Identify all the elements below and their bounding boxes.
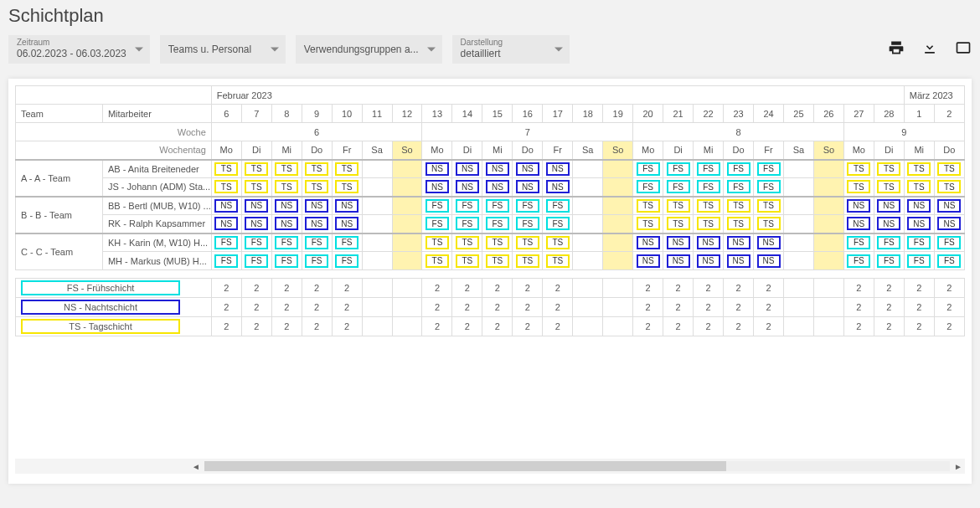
shift-chip-ns[interactable]: NS xyxy=(546,162,570,176)
shift-chip-fs[interactable]: FS xyxy=(305,254,328,268)
shift-chip-ts[interactable]: TS xyxy=(877,180,900,193)
shift-cell[interactable]: TS xyxy=(482,252,513,270)
shift-chip-ns[interactable]: NS xyxy=(275,217,298,230)
filter-usage-groups[interactable]: Verwendungsgruppen a... xyxy=(296,35,442,64)
shift-chip-fs[interactable]: FS xyxy=(937,254,961,268)
shift-cell[interactable]: NS xyxy=(543,178,573,197)
shift-chip-fs[interactable]: FS xyxy=(456,199,479,213)
shift-cell[interactable]: FS xyxy=(302,233,332,252)
shift-chip-ts[interactable]: TS xyxy=(697,199,720,213)
shift-cell[interactable]: NS xyxy=(271,197,302,215)
shift-cell[interactable]: TS xyxy=(332,160,362,178)
shift-chip-ns[interactable]: NS xyxy=(937,217,961,230)
shift-cell[interactable]: TS xyxy=(904,178,934,197)
shift-cell[interactable]: NS xyxy=(633,233,663,252)
shift-cell[interactable]: FS xyxy=(271,233,302,252)
shift-cell[interactable]: FS xyxy=(633,178,663,197)
shift-cell[interactable]: FS xyxy=(904,252,934,270)
shift-chip-ns[interactable]: NS xyxy=(214,217,238,230)
shift-cell[interactable]: NS xyxy=(482,160,513,178)
shift-chip-ns[interactable]: NS xyxy=(426,180,449,193)
horizontal-scrollbar[interactable]: ◄ ► xyxy=(15,459,965,474)
shift-chip-ns[interactable]: NS xyxy=(877,217,900,230)
shift-chip-ts[interactable]: TS xyxy=(214,162,238,176)
shift-chip-ts[interactable]: TS xyxy=(245,180,268,193)
shift-cell[interactable]: FS xyxy=(694,160,724,178)
shift-chip-ns[interactable]: NS xyxy=(305,199,328,213)
shift-cell[interactable]: TS xyxy=(422,233,452,252)
shift-cell[interactable]: NS xyxy=(452,160,482,178)
shift-cell[interactable]: NS xyxy=(874,215,904,233)
shift-chip-fs[interactable]: FS xyxy=(847,236,870,249)
shift-cell[interactable]: FS xyxy=(724,160,754,178)
shift-cell[interactable]: TS xyxy=(904,160,934,178)
shift-cell[interactable]: NS xyxy=(874,197,904,215)
shift-cell[interactable]: TS xyxy=(271,160,302,178)
shift-chip-ns[interactable]: NS xyxy=(667,236,690,249)
shift-chip-ts[interactable]: TS xyxy=(667,217,690,230)
shift-chip-ns[interactable]: NS xyxy=(546,180,570,193)
shift-cell[interactable]: FS xyxy=(663,178,694,197)
shift-chip-ts[interactable]: TS xyxy=(456,254,479,268)
shift-cell[interactable]: NS xyxy=(694,233,724,252)
shift-chip-ts[interactable]: TS xyxy=(757,217,781,230)
shift-cell[interactable]: FS xyxy=(332,252,362,270)
shift-cell[interactable]: TS xyxy=(241,178,271,197)
shift-chip-ns[interactable]: NS xyxy=(637,236,660,249)
shift-cell[interactable]: TS xyxy=(724,215,754,233)
shift-cell[interactable]: NS xyxy=(513,160,543,178)
shift-chip-ns[interactable]: NS xyxy=(907,199,931,213)
shift-cell[interactable]: TS xyxy=(302,160,332,178)
shift-chip-ts[interactable]: TS xyxy=(907,180,931,193)
shift-cell[interactable]: TS xyxy=(452,233,482,252)
shift-cell[interactable]: NS xyxy=(482,178,513,197)
shift-chip-ns[interactable]: NS xyxy=(667,254,690,268)
shift-chip-ts[interactable]: TS xyxy=(727,199,750,213)
shift-cell[interactable]: TS xyxy=(211,178,241,197)
shift-chip-ts[interactable]: TS xyxy=(516,254,539,268)
shift-cell[interactable]: FS xyxy=(754,160,784,178)
shift-chip-ns[interactable]: NS xyxy=(456,180,479,193)
shift-chip-ts[interactable]: TS xyxy=(426,236,449,249)
shift-cell[interactable]: TS xyxy=(754,197,784,215)
shift-cell[interactable]: FS xyxy=(843,252,874,270)
shift-chip-ns[interactable]: NS xyxy=(275,199,298,213)
shift-chip-fs[interactable]: FS xyxy=(546,217,570,230)
shift-chip-fs[interactable]: FS xyxy=(214,254,238,268)
shift-chip-fs[interactable]: FS xyxy=(214,236,238,249)
shift-cell[interactable]: NS xyxy=(422,160,452,178)
shift-cell[interactable]: FS xyxy=(422,197,452,215)
shift-chip-ts[interactable]: TS xyxy=(275,180,298,193)
shift-chip-fs[interactable]: FS xyxy=(426,199,449,213)
shift-cell[interactable]: NS xyxy=(934,197,964,215)
shift-cell[interactable]: FS xyxy=(211,252,241,270)
shift-cell[interactable]: NS xyxy=(241,197,271,215)
shift-cell[interactable]: FS xyxy=(422,215,452,233)
shift-chip-ns[interactable]: NS xyxy=(727,254,750,268)
shift-chip-ts[interactable]: TS xyxy=(546,236,570,249)
shift-chip-fs[interactable]: FS xyxy=(877,254,900,268)
shift-chip-ns[interactable]: NS xyxy=(305,217,328,230)
shift-chip-fs[interactable]: FS xyxy=(727,162,750,176)
shift-chip-ts[interactable]: TS xyxy=(305,180,328,193)
filter-teams[interactable]: Teams u. Personal xyxy=(160,35,286,64)
shift-cell[interactable]: FS xyxy=(452,197,482,215)
shift-cell[interactable]: NS xyxy=(934,215,964,233)
shift-cell[interactable]: NS xyxy=(543,160,573,178)
shift-chip-fs[interactable]: FS xyxy=(546,199,570,213)
shift-chip-fs[interactable]: FS xyxy=(516,199,539,213)
shift-cell[interactable]: NS xyxy=(633,252,663,270)
shift-cell[interactable]: NS xyxy=(241,215,271,233)
shift-chip-fs[interactable]: FS xyxy=(637,162,660,176)
shift-chip-fs[interactable]: FS xyxy=(516,217,539,230)
shift-chip-ts[interactable]: TS xyxy=(847,180,870,193)
shift-cell[interactable]: TS xyxy=(843,178,874,197)
shift-cell[interactable]: TS xyxy=(934,160,964,178)
shift-cell[interactable]: NS xyxy=(302,197,332,215)
shift-chip-fs[interactable]: FS xyxy=(757,180,781,193)
shift-cell[interactable]: TS xyxy=(271,178,302,197)
shift-cell[interactable]: TS xyxy=(663,215,694,233)
shift-cell[interactable]: TS xyxy=(754,215,784,233)
shift-chip-ts[interactable]: TS xyxy=(637,199,660,213)
shift-cell[interactable]: TS xyxy=(543,252,573,270)
